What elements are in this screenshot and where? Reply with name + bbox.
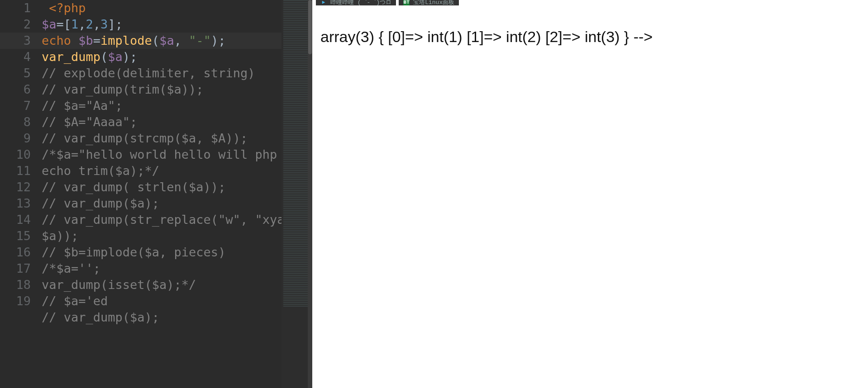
- line-number: 9: [0, 130, 31, 147]
- line-number: 11: [0, 163, 31, 179]
- code-line[interactable]: var_dump(isset($a);*/: [42, 277, 312, 293]
- code-line[interactable]: echo $b=implode($a, "-");: [0, 33, 312, 49]
- code-line[interactable]: // var_dump($a);: [42, 309, 312, 326]
- browser-output-pane: ▶哔哩哔哩 (゜-゜)つロBT宝塔Linux面板 array(3) { [0]=…: [312, 0, 868, 388]
- page-output: array(3) { [0]=> int(1) [1]=> int(2) [2]…: [312, 0, 868, 48]
- line-number: 3: [0, 33, 31, 49]
- tab-title: 宝塔Linux面板: [413, 0, 454, 5]
- line-number: 6: [0, 81, 31, 98]
- line-number: 19: [0, 293, 31, 309]
- line-number: 10: [0, 147, 31, 163]
- code-line[interactable]: <?php: [42, 0, 312, 16]
- line-number-gutter: 12345678910111213141516171819: [0, 0, 37, 388]
- code-line[interactable]: // $a="Aa";: [42, 98, 312, 114]
- line-number: 15: [0, 228, 31, 244]
- code-line[interactable]: echo trim($a);*/: [42, 163, 312, 179]
- code-line[interactable]: // explode(delimiter, string): [42, 65, 312, 81]
- output-text: array(3) { [0]=> int(1) [1]=> int(2) [2]…: [320, 28, 653, 45]
- line-number: 5: [0, 65, 31, 81]
- line-number: 18: [0, 277, 31, 293]
- line-number: 7: [0, 98, 31, 114]
- code-line[interactable]: // $b=implode($a, pieces): [42, 244, 312, 260]
- line-number: 2: [0, 16, 31, 33]
- code-area[interactable]: <?php$a=[1,2,3];echo $b=implode($a, "-")…: [42, 0, 312, 326]
- tab-title: 哔哩哔哩 (゜-゜)つロ: [330, 0, 391, 5]
- code-line[interactable]: // var_dump($a);: [42, 195, 312, 212]
- code-line[interactable]: /*$a='';: [42, 260, 312, 277]
- line-number: 12: [0, 179, 31, 195]
- code-line[interactable]: // var_dump(str_replace("w", "xya",: [42, 212, 312, 228]
- code-line[interactable]: // $a='ed: [42, 293, 312, 309]
- code-line[interactable]: $a=[1,2,3];: [42, 16, 312, 33]
- line-number: 17: [0, 260, 31, 277]
- baota-favicon-icon: BT: [403, 0, 410, 5]
- line-number: 16: [0, 244, 31, 260]
- code-line[interactable]: var_dump($a);: [42, 49, 312, 65]
- line-number: 4: [0, 49, 31, 65]
- line-number: 8: [0, 114, 31, 130]
- code-line[interactable]: // $A="Aaaa";: [42, 114, 312, 130]
- bilibili-favicon-icon: ▶: [320, 0, 327, 5]
- code-editor-pane: 12345678910111213141516171819 <?php$a=[1…: [0, 0, 312, 388]
- browser-tab[interactable]: ▶哔哩哔哩 (゜-゜)つロ: [316, 0, 396, 5]
- scrollbar-vertical[interactable]: [308, 0, 312, 388]
- code-line[interactable]: /*$a="hello world hello will php w";: [42, 147, 312, 163]
- code-line[interactable]: $a));: [42, 228, 312, 244]
- line-number: 13: [0, 195, 31, 212]
- code-line[interactable]: // var_dump(trim($a));: [42, 81, 312, 98]
- line-number: 1: [0, 0, 31, 16]
- code-line[interactable]: // var_dump( strlen($a));: [42, 179, 312, 195]
- browser-tab[interactable]: BT宝塔Linux面板: [399, 0, 459, 5]
- minimap[interactable]: [281, 0, 312, 388]
- code-line[interactable]: // var_dump(strcmp($a, $A));: [42, 130, 312, 147]
- line-number: 14: [0, 212, 31, 228]
